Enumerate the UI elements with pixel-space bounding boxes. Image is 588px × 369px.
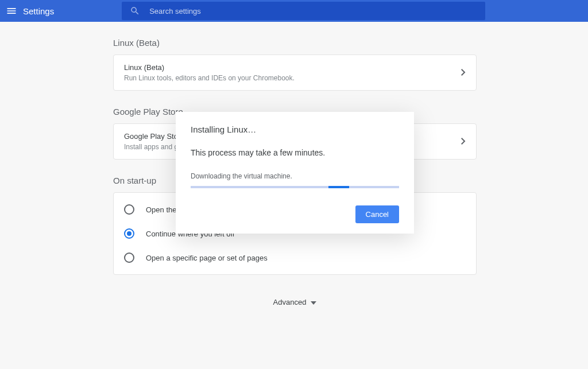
modal-status: Downloading the virtual machine. [191, 172, 399, 180]
search-icon [130, 6, 140, 16]
advanced-toggle[interactable]: Advanced [113, 298, 477, 306]
section-title-linux: Linux (Beta) [113, 38, 477, 48]
modal-message: This process may take a few minutes. [191, 148, 399, 157]
radio-label: Open a specific page or set of pages [146, 254, 268, 262]
progress-bar [328, 186, 349, 188]
app-header: Settings [0, 0, 588, 22]
linux-card-text: Linux (Beta) Run Linux tools, editors an… [124, 63, 295, 82]
modal-actions: Cancel [191, 205, 399, 223]
advanced-label: Advanced [273, 298, 307, 306]
cancel-button[interactable]: Cancel [355, 205, 399, 223]
search-input[interactable] [149, 7, 436, 15]
radio-icon [124, 228, 134, 239]
radio-icon [124, 253, 134, 263]
linux-card[interactable]: Linux (Beta) Run Linux tools, editors an… [113, 55, 477, 91]
modal-title: Installing Linux… [191, 125, 399, 134]
header-title: Settings [23, 6, 54, 16]
progress-track [191, 186, 399, 188]
chevron-down-icon [311, 298, 316, 306]
radio-icon [124, 204, 134, 215]
search-bar[interactable] [122, 2, 485, 20]
chevron-right-icon [461, 137, 466, 147]
chevron-right-icon [461, 68, 466, 78]
menu-icon[interactable] [6, 5, 17, 17]
startup-option-specific[interactable]: Open a specific page or set of pages [114, 246, 476, 270]
install-linux-modal: Installing Linux… This process may take … [176, 112, 414, 234]
section-linux: Linux (Beta) Linux (Beta) Run Linux tool… [113, 38, 477, 91]
linux-card-desc: Run Linux tools, editors and IDEs on you… [124, 74, 295, 82]
linux-card-title: Linux (Beta) [124, 63, 295, 72]
